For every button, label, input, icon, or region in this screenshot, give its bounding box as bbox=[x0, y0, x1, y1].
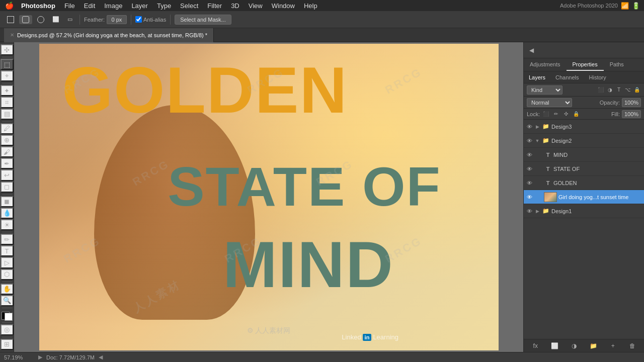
layer-stateof[interactable]: 👁 T STATE OF bbox=[524, 162, 644, 176]
opacity-input[interactable] bbox=[622, 98, 641, 107]
quick-select-tool[interactable]: ✦ bbox=[1, 85, 14, 96]
visibility-design2[interactable]: 👁 bbox=[526, 137, 533, 144]
layer-fx-button[interactable]: fx bbox=[530, 341, 540, 351]
layer-design3[interactable]: 👁 ▶ 📁 Design3 bbox=[524, 120, 644, 134]
visibility-girl[interactable]: 👁 bbox=[526, 194, 533, 201]
visibility-mind[interactable]: 👁 bbox=[526, 151, 533, 158]
tab-properties[interactable]: Properties bbox=[567, 58, 604, 71]
layer-mind[interactable]: 👁 T MIND bbox=[524, 148, 644, 162]
feather-input[interactable] bbox=[107, 15, 127, 24]
menu-window[interactable]: Window bbox=[268, 1, 299, 11]
rectangular-select-tool[interactable]: ⬚ bbox=[1, 59, 14, 70]
rounded-marquee-tool[interactable] bbox=[19, 15, 32, 24]
doc-info-arrow[interactable]: ▶ bbox=[38, 354, 42, 360]
thumb-img bbox=[544, 193, 556, 202]
single-column-marquee-tool[interactable]: ▭ bbox=[64, 15, 75, 24]
filter-smart-icon[interactable]: 🔒 bbox=[633, 86, 641, 94]
dodge-tool[interactable]: ☀ bbox=[1, 219, 14, 230]
visibility-design3[interactable]: 👁 bbox=[526, 123, 533, 130]
subtab-layers[interactable]: Layers bbox=[524, 71, 550, 83]
layer-mask-button[interactable]: ⬜ bbox=[550, 341, 560, 351]
filter-shape-icon[interactable]: ⌥ bbox=[624, 86, 632, 94]
history-brush-tool[interactable]: ↩ bbox=[1, 169, 14, 180]
doc-info-arrow-right[interactable]: ◀ bbox=[99, 354, 103, 360]
layer-group-button[interactable]: 📁 bbox=[589, 341, 599, 351]
lock-position-btn[interactable]: ✣ bbox=[562, 110, 570, 118]
menu-filter[interactable]: Filter bbox=[203, 1, 226, 11]
brush-tool[interactable]: 🖌 bbox=[1, 146, 14, 157]
fill-input[interactable] bbox=[622, 110, 641, 118]
visibility-stateof[interactable]: 👁 bbox=[526, 165, 533, 172]
zoom-tool[interactable]: 🔍 bbox=[1, 295, 14, 306]
screen-mode[interactable]: ⊞ bbox=[1, 339, 14, 350]
visibility-design1[interactable]: 👁 bbox=[526, 208, 533, 215]
tab-paths[interactable]: Paths bbox=[604, 58, 630, 71]
lasso-tool[interactable]: ⌖ bbox=[1, 70, 14, 81]
menu-view[interactable]: View bbox=[245, 1, 267, 11]
ellipse-icon bbox=[37, 16, 44, 23]
healing-brush-tool[interactable]: ⊕ bbox=[1, 135, 14, 146]
layer-delete-button[interactable]: 🗑 bbox=[627, 341, 637, 351]
blur-tool[interactable]: 💧 bbox=[1, 208, 14, 219]
expand-design3[interactable]: ▶ bbox=[534, 124, 540, 130]
menu-type[interactable]: Type bbox=[153, 1, 175, 11]
visibility-golden[interactable]: 👁 bbox=[526, 179, 533, 187]
gradient-tool[interactable]: ◼ bbox=[1, 196, 14, 207]
menu-layer[interactable]: Layer bbox=[127, 1, 152, 11]
foreground-background-colors[interactable] bbox=[2, 312, 13, 321]
subtab-channels[interactable]: Channels bbox=[550, 71, 584, 83]
filter-type-icon[interactable]: T bbox=[615, 86, 623, 94]
filter-pixel-icon[interactable]: ⬛ bbox=[597, 86, 605, 94]
zoom-level: 57.19% bbox=[4, 354, 34, 360]
text-tool[interactable]: T bbox=[1, 245, 14, 256]
elliptical-marquee-tool[interactable] bbox=[34, 15, 47, 24]
hand-tool[interactable]: ✋ bbox=[1, 284, 14, 295]
layer-new-button[interactable]: + bbox=[608, 341, 618, 351]
crop-tool[interactable]: ⌗ bbox=[1, 97, 14, 108]
select-and-mask-button[interactable]: Select and Mask... bbox=[175, 15, 231, 25]
lock-transparent-btn[interactable]: ⬛ bbox=[542, 110, 550, 118]
layer-adjustment-button[interactable]: ◑ bbox=[569, 341, 579, 351]
expand-design1[interactable]: ▶ bbox=[534, 208, 540, 214]
antialias-checkbox[interactable] bbox=[135, 16, 142, 23]
clone-stamp-tool[interactable]: ✒ bbox=[1, 158, 14, 169]
quick-mask-mode[interactable]: ◎ bbox=[1, 324, 14, 335]
layers-list[interactable]: 👁 ▶ 📁 Design3 👁 ▼ 📁 Design2 👁 T MIND bbox=[524, 120, 644, 339]
panel-collapse-btn[interactable]: ◀ bbox=[527, 46, 536, 55]
antialias-checkbox-label[interactable]: Anti-alias bbox=[135, 16, 166, 23]
pen-tool[interactable]: ✏ bbox=[1, 234, 14, 245]
move-tool[interactable]: ✣ bbox=[1, 44, 14, 55]
layer-golden[interactable]: 👁 T GOLDEN bbox=[524, 176, 644, 190]
menu-3d[interactable]: 3D bbox=[227, 1, 244, 11]
menu-select[interactable]: Select bbox=[176, 1, 202, 11]
eyedropper-tool[interactable]: 🖊 bbox=[1, 123, 14, 134]
expand-design2[interactable]: ▼ bbox=[534, 138, 540, 144]
document-tab[interactable]: ✕ Designs.psd @ 57.2% (Girl doing yoga a… bbox=[4, 28, 214, 42]
lock-all-btn[interactable]: 🔒 bbox=[572, 110, 580, 118]
menu-photoshop[interactable]: Photoshop bbox=[17, 1, 59, 11]
menu-edit[interactable]: Edit bbox=[80, 1, 99, 11]
tab-close-icon[interactable]: ✕ bbox=[10, 32, 14, 38]
apple-menu[interactable]: 🍎 bbox=[4, 1, 14, 11]
background-color[interactable] bbox=[5, 313, 13, 321]
tab-adjustments[interactable]: Adjustments bbox=[524, 58, 567, 71]
subtab-history[interactable]: History bbox=[584, 71, 611, 83]
menu-help[interactable]: Help bbox=[300, 1, 321, 11]
shape-tool[interactable]: ⬡ bbox=[1, 269, 14, 280]
rectangular-marquee-tool[interactable] bbox=[4, 15, 17, 24]
menu-image[interactable]: Image bbox=[100, 1, 126, 11]
frame-tool[interactable]: ▤ bbox=[1, 109, 14, 120]
layer-design2[interactable]: 👁 ▼ 📁 Design2 bbox=[524, 134, 644, 148]
eraser-tool[interactable]: ◻ bbox=[1, 182, 14, 193]
filter-adjust-icon[interactable]: ◑ bbox=[606, 86, 614, 94]
single-row-marquee-tool[interactable]: ⬜ bbox=[49, 15, 62, 24]
path-select-tool[interactable]: ▷ bbox=[1, 257, 14, 268]
panel-top-strip: ◀ bbox=[524, 42, 644, 58]
layer-girl-photo[interactable]: 👁 Girl doing yog...t sunset time bbox=[524, 190, 644, 204]
filter-kind-select[interactable]: Kind Name Effect Mode Attribute Color bbox=[527, 85, 562, 95]
blend-mode-select[interactable]: Normal Dissolve Multiply Screen Overlay bbox=[527, 98, 572, 107]
layer-design1[interactable]: 👁 ▶ 📁 Design1 bbox=[524, 204, 644, 218]
layer-name-mind: MIND bbox=[553, 152, 642, 158]
lock-pixels-btn[interactable]: ✏ bbox=[552, 110, 560, 118]
menu-file[interactable]: File bbox=[60, 1, 79, 11]
